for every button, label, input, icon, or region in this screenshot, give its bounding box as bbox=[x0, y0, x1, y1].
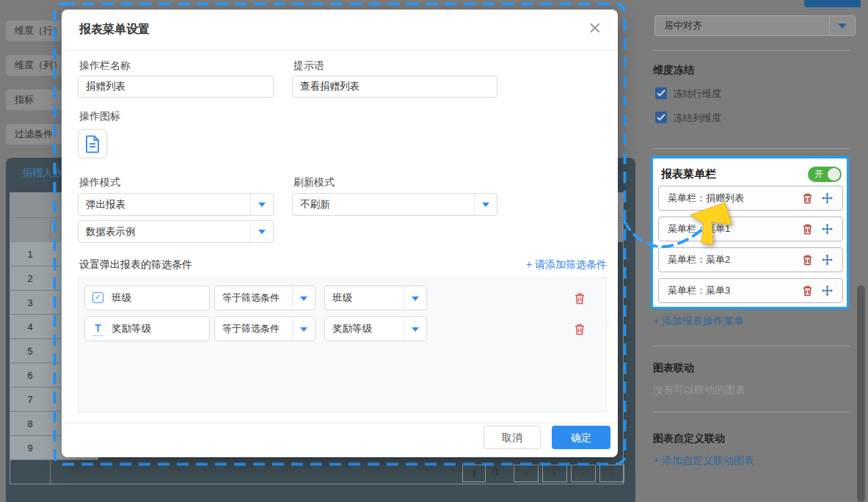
move-icon[interactable] bbox=[822, 254, 833, 269]
delete-icon[interactable] bbox=[802, 223, 813, 238]
filter-section-title: 设置弹出报表的筛选条件 bbox=[79, 258, 192, 272]
report-select[interactable]: 数据表示例 bbox=[78, 220, 274, 243]
prev-page-button[interactable]: ‹ bbox=[542, 465, 567, 482]
linkage-section-title: 图表联动 bbox=[653, 362, 694, 375]
move-icon[interactable] bbox=[822, 285, 833, 299]
last-page-button[interactable]: » bbox=[599, 465, 624, 482]
toggle-knob bbox=[828, 168, 840, 181]
filter-value-select[interactable]: 奖励等级 bbox=[324, 316, 427, 341]
tip-input[interactable]: 查看捐赠列表 bbox=[292, 76, 497, 98]
align-select[interactable]: 居中对齐 bbox=[654, 15, 856, 36]
add-filter-link[interactable]: + 请添加筛选条件 bbox=[526, 258, 607, 272]
filter-op-select[interactable]: 等于筛选条件 bbox=[214, 316, 316, 341]
first-page-button[interactable]: « bbox=[514, 465, 539, 482]
filter-field-box[interactable]: T 奖励等级 bbox=[84, 316, 210, 341]
check-icon bbox=[657, 90, 665, 97]
delete-icon[interactable] bbox=[802, 285, 813, 299]
delete-icon[interactable] bbox=[802, 192, 813, 207]
freeze-row-label: 冻结行维度 bbox=[674, 87, 721, 101]
filter-panel: ✓ 班级 等于筛选条件 班级 T 奖励等级 等 bbox=[78, 277, 607, 412]
menu-item-1[interactable]: 菜单栏：菜单1 bbox=[658, 217, 843, 241]
align-select-value: 居中对齐 bbox=[664, 16, 702, 35]
chevron-down-icon[interactable] bbox=[250, 194, 273, 215]
delete-icon[interactable] bbox=[802, 254, 813, 269]
add-report-menu-link[interactable]: + 添加报表操作菜单 bbox=[653, 315, 744, 328]
linkage-empty-text: 没有可以联动的图表 bbox=[653, 384, 745, 397]
delete-filter-icon[interactable] bbox=[574, 292, 586, 308]
enum-field-icon: ✓ bbox=[92, 292, 103, 303]
chevron-down-icon[interactable] bbox=[404, 286, 426, 310]
menu-bar-toggle[interactable]: 开 bbox=[808, 167, 842, 182]
mode-select[interactable]: 弹出报表 bbox=[78, 193, 274, 216]
refresh-select[interactable]: 不刷新 bbox=[292, 193, 497, 216]
cancel-button[interactable]: 取消 bbox=[484, 426, 541, 449]
dialog-title: 报表菜单设置 bbox=[79, 22, 150, 37]
report-menu-bar-title: 报表菜单栏 bbox=[661, 167, 716, 181]
menu-item-3[interactable]: 菜单栏：菜单3 bbox=[658, 278, 843, 303]
add-custom-linkage-link[interactable]: + 添加自定义联动图表 bbox=[653, 454, 754, 468]
move-icon[interactable] bbox=[822, 223, 833, 238]
delete-filter-icon[interactable] bbox=[574, 323, 586, 338]
freeze-row-checkbox[interactable] bbox=[655, 87, 667, 99]
check-icon bbox=[657, 114, 665, 121]
chevron-down-icon[interactable] bbox=[404, 317, 426, 341]
confirm-button[interactable]: 确定 bbox=[552, 426, 610, 449]
chevron-down-icon[interactable] bbox=[250, 221, 273, 242]
document-icon bbox=[85, 135, 100, 153]
freeze-col-label: 冻结列维度 bbox=[674, 112, 721, 125]
icon-field-label: 操作图标 bbox=[79, 110, 120, 123]
toggle-on-label: 开 bbox=[814, 167, 823, 182]
filter-field-box[interactable]: ✓ 班级 bbox=[84, 285, 210, 310]
report-menu-settings-dialog: 报表菜单设置 ✕ 操作栏名称 提示语 捐赠列表 查看捐赠列表 操作图标 操作模式… bbox=[62, 10, 618, 457]
report-menu-bar-section: 报表菜单栏 开 菜单栏：捐赠列表 菜单栏：菜单1 菜单栏：菜单2 菜单栏：菜单3 bbox=[651, 156, 849, 309]
freeze-section-title: 维度冻结 bbox=[653, 64, 694, 77]
page-total: /1 bbox=[492, 466, 500, 477]
freeze-col-checkbox[interactable] bbox=[655, 112, 667, 123]
move-icon[interactable] bbox=[822, 192, 833, 207]
chevron-down-icon[interactable] bbox=[474, 194, 497, 215]
vertical-scrollbar[interactable] bbox=[857, 285, 865, 502]
app-stage: 维度（行） 维度（列） 指标 过滤条件 捐赠人数统计 1 2 3 4 5 6 7… bbox=[0, 0, 868, 502]
name-input[interactable]: 捐赠列表 bbox=[78, 76, 274, 98]
filter-value-select[interactable]: 班级 bbox=[324, 285, 427, 310]
chevron-down-icon[interactable] bbox=[292, 286, 315, 310]
filter-op-select[interactable]: 等于筛选条件 bbox=[214, 285, 316, 310]
top-toolbar-button[interactable] bbox=[804, 0, 861, 7]
icon-picker-button[interactable] bbox=[78, 129, 107, 159]
filter-row: T 奖励等级 等于筛选条件 奖励等级 bbox=[79, 316, 606, 341]
text-field-icon: T bbox=[92, 323, 103, 336]
filter-row: ✓ 班级 等于筛选条件 班级 bbox=[79, 285, 606, 310]
custom-linkage-title: 图表自定义联动 bbox=[653, 432, 725, 445]
chevron-down-icon[interactable] bbox=[829, 16, 855, 35]
menu-item-donation-list[interactable]: 菜单栏：捐赠列表 bbox=[658, 186, 843, 211]
page-number-box[interactable]: 1 bbox=[462, 465, 486, 482]
mode-field-label: 操作模式 bbox=[79, 176, 120, 189]
tip-field-label: 提示语 bbox=[293, 59, 324, 73]
menu-item-2[interactable]: 菜单栏：菜单2 bbox=[658, 247, 843, 272]
chevron-down-icon[interactable] bbox=[292, 317, 315, 341]
refresh-field-label: 刷新模式 bbox=[293, 176, 335, 189]
name-field-label: 操作栏名称 bbox=[79, 59, 131, 73]
close-icon[interactable]: ✕ bbox=[588, 19, 602, 38]
next-page-button[interactable]: › bbox=[571, 465, 596, 482]
